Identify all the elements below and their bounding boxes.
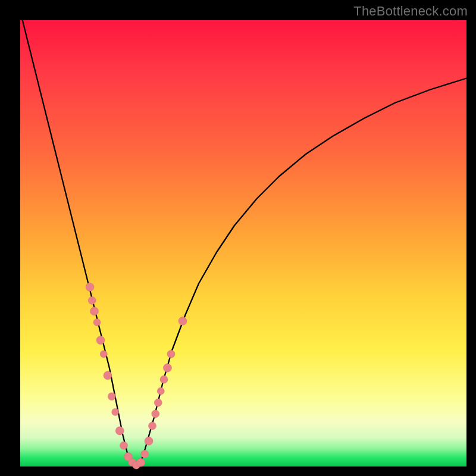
data-marker bbox=[160, 375, 168, 383]
data-marker bbox=[154, 399, 162, 406]
watermark-text: TheBottleneck.com bbox=[353, 4, 468, 19]
curve-svg bbox=[20, 20, 466, 466]
data-marker bbox=[137, 458, 145, 466]
data-marker bbox=[112, 409, 119, 416]
data-marker bbox=[149, 422, 156, 430]
data-marker bbox=[88, 297, 96, 305]
plot-area bbox=[20, 20, 466, 466]
data-marker bbox=[96, 336, 105, 345]
data-marker bbox=[90, 307, 99, 315]
data-marker bbox=[115, 427, 124, 435]
bottleneck-curve bbox=[20, 11, 466, 466]
data-marker bbox=[157, 387, 164, 394]
data-marker bbox=[167, 350, 175, 358]
data-marker bbox=[93, 319, 101, 326]
data-marker bbox=[120, 441, 128, 449]
data-marker bbox=[145, 437, 153, 445]
data-marker bbox=[108, 393, 115, 400]
chart-frame: TheBottleneck.com bbox=[0, 0, 476, 476]
data-marker bbox=[178, 317, 187, 325]
data-marker bbox=[164, 364, 172, 372]
data-marker bbox=[152, 410, 159, 418]
data-marker bbox=[100, 350, 107, 358]
data-marker bbox=[104, 371, 112, 380]
data-marker bbox=[86, 283, 94, 292]
data-marker bbox=[141, 450, 149, 458]
